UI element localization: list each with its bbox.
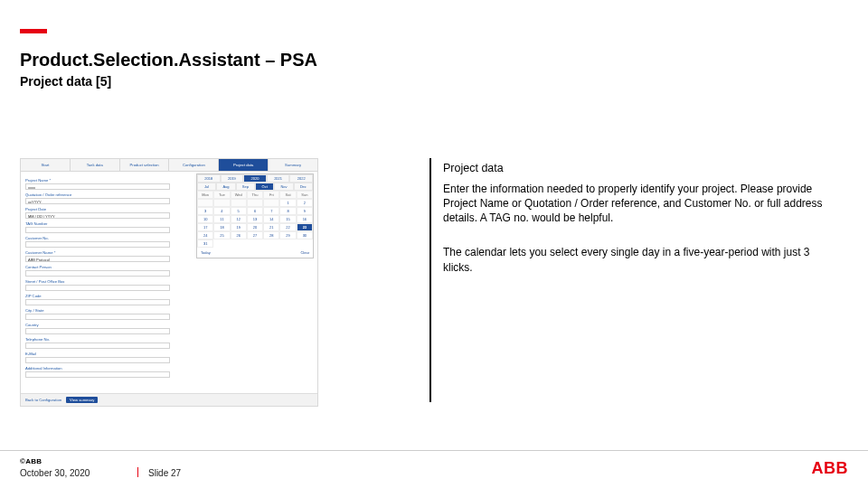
day-cell[interactable]: 1	[279, 199, 296, 207]
clear-button[interactable]: Clear	[300, 250, 309, 255]
year-cell[interactable]: 2021	[267, 174, 290, 183]
field-label: Country	[25, 323, 170, 327]
field-input[interactable]: MM / DD / YYYY	[25, 212, 170, 219]
field-label: TAG Number	[25, 221, 170, 226]
day-cell[interactable]: 21	[263, 223, 279, 231]
day-cell-empty: .	[263, 199, 279, 207]
day-cell[interactable]: 30	[297, 231, 313, 239]
day-cell[interactable]: 24	[197, 231, 213, 239]
day-cell[interactable]: 28	[263, 231, 279, 239]
day-cell[interactable]: 10	[197, 215, 213, 223]
day-cell[interactable]: 4	[213, 207, 230, 215]
app-screenshot: StartTank dataProduct selectionConfigura…	[20, 158, 318, 407]
footer-rule	[0, 450, 868, 451]
day-cell[interactable]: 20	[247, 223, 263, 231]
field-input[interactable]	[25, 314, 170, 320]
day-cell[interactable]: 12	[231, 215, 247, 223]
day-cell[interactable]: 14	[263, 215, 279, 223]
wizard-tab[interactable]: Start	[21, 159, 71, 171]
field-input[interactable]	[25, 328, 170, 334]
month-cell[interactable]: Sep	[236, 183, 255, 191]
field-input[interactable]: ABB Protocol	[25, 256, 170, 262]
day-cell-empty: .	[197, 199, 213, 207]
day-cell[interactable]: 9	[297, 207, 313, 215]
wizard-tab[interactable]: Summary	[269, 159, 317, 171]
day-cell[interactable]: 19	[231, 223, 247, 231]
day-cell[interactable]: 11	[213, 215, 230, 223]
explainer-para-1: Enter the information needed to properly…	[443, 182, 841, 226]
day-cell[interactable]: 23	[297, 223, 313, 231]
field-label: E-Mail	[25, 352, 170, 356]
year-cell[interactable]: 2019	[221, 174, 244, 183]
view-summary-button[interactable]: View summary	[66, 397, 98, 403]
field-input[interactable]	[25, 357, 170, 363]
field-input[interactable]	[25, 371, 170, 378]
day-cell-empty: .	[231, 199, 247, 207]
year-cell[interactable]: 2020	[243, 174, 267, 183]
month-cell[interactable]: Aug	[216, 183, 235, 191]
day-cell[interactable]: 7	[263, 207, 279, 215]
field-input[interactable]	[25, 227, 170, 233]
day-cell[interactable]: 5	[231, 207, 247, 215]
today-button[interactable]: Today	[201, 250, 211, 255]
day-cell[interactable]: 25	[213, 231, 230, 239]
field-label: Contact Person	[25, 265, 170, 269]
month-cell[interactable]: Jul	[197, 183, 216, 191]
day-header: Wed	[231, 191, 247, 199]
day-cell[interactable]: 13	[247, 215, 263, 223]
wizard-bottom-bar: Back to Configuration View summary	[21, 393, 317, 406]
day-cell[interactable]: 27	[247, 231, 263, 239]
footer-separator	[137, 467, 138, 477]
year-cell[interactable]: 2022	[289, 174, 313, 183]
day-cell[interactable]: 22	[279, 223, 296, 231]
back-link[interactable]: Back to Configuration	[25, 398, 61, 402]
field-label: Customer Name *	[25, 250, 170, 255]
field-label: Project Date	[25, 207, 170, 211]
field-label: Street / Post Office Box	[25, 279, 170, 284]
field-input[interactable]	[25, 343, 170, 349]
footer-copyright: ©ABB	[20, 457, 42, 465]
vertical-divider	[429, 158, 431, 402]
field-input[interactable]	[25, 285, 170, 291]
day-cell[interactable]: 26	[231, 231, 247, 239]
field-label: Telephone No.	[25, 337, 170, 342]
day-cell[interactable]: 3	[197, 207, 213, 215]
field-input[interactable]: xxxx	[25, 183, 170, 190]
field-label: Quotation / Order reference	[25, 192, 170, 197]
wizard-tabs: StartTank dataProduct selectionConfigura…	[21, 159, 317, 172]
day-header: Thu	[247, 191, 263, 199]
field-input[interactable]	[25, 270, 170, 277]
month-cell[interactable]: Oct	[255, 183, 274, 191]
field-label: Project Name *	[25, 178, 170, 183]
month-cell[interactable]: Nov	[274, 183, 293, 191]
day-cell[interactable]: 16	[297, 215, 313, 223]
explainer-text: Project data Enter the information neede…	[443, 161, 841, 275]
day-cell[interactable]: 2	[297, 199, 313, 207]
day-cell[interactable]: 15	[279, 215, 296, 223]
footer-date: October 30, 2020	[20, 468, 90, 478]
day-cell[interactable]: 8	[279, 207, 296, 215]
field-label: Additional Information	[25, 366, 170, 371]
day-cell[interactable]: 17	[197, 223, 213, 231]
field-input[interactable]: xxYYYY	[25, 198, 170, 204]
page-title: Product.Selection.Assistant – PSA	[20, 50, 317, 70]
day-cell-empty: .	[247, 199, 263, 207]
month-cell[interactable]: Dec	[294, 183, 313, 191]
day-header: Sun	[297, 191, 313, 199]
wizard-tab[interactable]: Configuration	[169, 159, 219, 171]
day-cell[interactable]: 18	[213, 223, 230, 231]
date-picker[interactable]: 20182019202020212022JulAugSepOctNovDecMo…	[196, 174, 314, 258]
wizard-tab[interactable]: Product selection	[120, 159, 170, 171]
explainer-heading: Project data	[443, 161, 841, 176]
year-cell[interactable]: 2018	[197, 174, 221, 183]
day-header: Sat	[279, 191, 296, 199]
field-input[interactable]	[25, 299, 170, 305]
wizard-tab[interactable]: Project data	[219, 159, 269, 171]
field-input[interactable]	[25, 241, 170, 248]
day-cell[interactable]: 29	[279, 231, 296, 239]
day-cell[interactable]: 31	[197, 239, 213, 248]
day-cell[interactable]: 6	[247, 207, 263, 215]
wizard-tab[interactable]: Tank data	[71, 159, 120, 171]
footer-slide-number: Slide 27	[148, 468, 181, 478]
project-data-form: Project Name *xxxxQuotation / Order refe…	[21, 172, 175, 381]
